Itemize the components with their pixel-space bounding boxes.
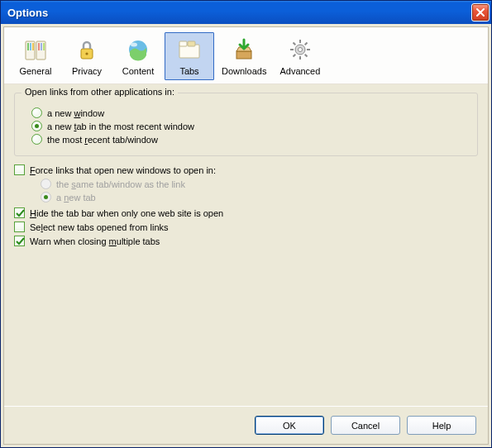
radio-row-a-new-tab: a new tab	[41, 192, 478, 203]
help-button[interactable]: Help	[407, 416, 476, 435]
radio-label: a new tab in the most recent window	[47, 122, 194, 131]
radio-row-new-window[interactable]: a new window	[31, 107, 469, 118]
tabs-page: Open links from other applications in: a…	[4, 84, 488, 406]
titlebar[interactable]: Options	[1, 1, 491, 24]
open-links-group: Open links from other applications in: a…	[14, 93, 478, 156]
close-icon	[475, 7, 485, 17]
close-button[interactable]	[471, 3, 490, 21]
svg-rect-13	[179, 41, 187, 46]
check-label: Hide the tab bar when only one web site …	[30, 208, 223, 218]
ok-button[interactable]: OK	[255, 416, 324, 435]
radio-label: the same tab/window as the link	[56, 179, 185, 189]
tabs-icon	[176, 36, 203, 63]
radio-label: a new tab	[56, 193, 96, 203]
radio-label: a new window	[47, 108, 104, 118]
check-label: Select new tabs opened from links	[30, 222, 169, 232]
svg-rect-6	[41, 43, 42, 50]
force-links-section: Force links that open new windows to ope…	[14, 164, 478, 203]
tab-label: Advanced	[279, 66, 320, 76]
tab-general[interactable]: General	[11, 32, 60, 80]
radio-new-tab[interactable]	[31, 121, 42, 131]
check-row-select-new[interactable]: Select new tabs opened from links	[14, 222, 478, 232]
check-row-hide-tabbar[interactable]: Hide the tab bar when only one web site …	[14, 207, 478, 218]
misc-checks: Hide the tab bar when only one web site …	[14, 207, 478, 246]
open-links-legend: Open links from other applications in:	[21, 87, 178, 97]
tab-tabs[interactable]: Tabs	[165, 32, 214, 80]
tab-downloads[interactable]: Downloads	[216, 32, 272, 80]
tab-label: Content	[122, 66, 155, 76]
open-links-options: a new windowa new tab in the most recent…	[23, 107, 469, 145]
options-window: Options GeneralPrivacyContentTabsDownloa…	[0, 0, 492, 448]
radio-same-tab	[41, 179, 51, 189]
force-links-check-row[interactable]: Force links that open new windows to ope…	[14, 164, 478, 175]
svg-rect-5	[38, 43, 40, 50]
tab-content[interactable]: Content	[113, 32, 163, 80]
check-row-warn-close[interactable]: Warn when closing multiple tabs	[14, 236, 478, 246]
tab-label: Downloads	[222, 66, 266, 76]
cancel-button[interactable]: Cancel	[331, 416, 400, 435]
tab-privacy[interactable]: Privacy	[62, 32, 112, 80]
svg-rect-15	[236, 51, 251, 59]
privacy-icon	[74, 36, 100, 63]
dialog-button-bar: OK Cancel Help	[4, 406, 488, 444]
tab-label: Tabs	[179, 66, 198, 76]
svg-point-17	[298, 48, 302, 52]
category-toolbar: GeneralPrivacyContentTabsDownloadsAdvanc…	[4, 27, 488, 84]
radio-row-most-recent[interactable]: the most recent tab/window	[31, 134, 469, 145]
force-links-label: Force links that open new windows to ope…	[30, 165, 216, 175]
window-title: Options	[7, 7, 471, 19]
radio-most-recent[interactable]	[31, 134, 42, 145]
force-links-suboptions: the same tab/window as the linka new tab	[32, 179, 478, 203]
checkbox-select-new[interactable]	[14, 222, 25, 232]
checkbox-hide-tabbar[interactable]	[14, 207, 25, 218]
tab-label: Privacy	[72, 66, 102, 76]
radio-a-new-tab	[41, 192, 51, 203]
svg-rect-3	[30, 43, 31, 50]
advanced-icon	[287, 36, 313, 63]
svg-rect-14	[188, 41, 195, 46]
svg-point-11	[131, 43, 137, 47]
svg-rect-2	[27, 43, 29, 50]
tab-label: General	[19, 66, 51, 76]
checkbox-warn-close[interactable]	[14, 236, 25, 246]
svg-point-9	[85, 52, 88, 55]
force-links-checkbox[interactable]	[14, 164, 25, 175]
radio-label: the most recent tab/window	[47, 135, 158, 145]
client-area: GeneralPrivacyContentTabsDownloadsAdvanc…	[3, 26, 489, 445]
downloads-icon	[231, 36, 257, 63]
radio-new-window[interactable]	[31, 107, 42, 118]
check-label: Warn when closing multiple tabs	[30, 236, 160, 246]
svg-rect-4	[32, 43, 34, 50]
radio-row-new-tab[interactable]: a new tab in the most recent window	[31, 121, 469, 131]
svg-rect-7	[43, 43, 45, 50]
content-icon	[125, 36, 151, 63]
tab-advanced[interactable]: Advanced	[274, 32, 326, 80]
radio-row-same-tab: the same tab/window as the link	[41, 179, 478, 189]
general-icon	[22, 36, 49, 63]
